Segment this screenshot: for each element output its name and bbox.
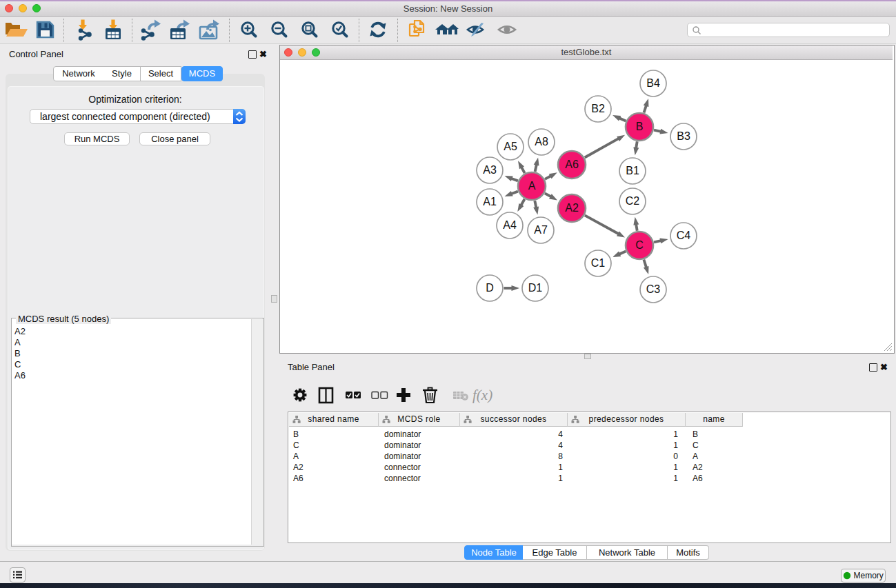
svg-text:D1: D1 [528,282,543,294]
svg-text:A6: A6 [565,159,579,170]
svg-text:B3: B3 [677,130,690,142]
svg-text:C3: C3 [646,283,661,295]
svg-text:f(x): f(x) [472,387,492,403]
svg-text:A2: A2 [565,202,579,214]
svg-text:B1: B1 [626,165,639,176]
svg-text:C4: C4 [677,230,691,241]
svg-text:C1: C1 [591,257,606,269]
svg-text:A4: A4 [503,219,517,231]
svg-text:A3: A3 [483,164,497,176]
svg-text:C2: C2 [626,195,640,207]
svg-text:D: D [486,282,494,294]
svg-text:B2: B2 [591,103,605,114]
svg-text:B4: B4 [646,77,660,89]
svg-text:A8: A8 [535,136,548,148]
svg-text:B: B [636,121,644,132]
svg-text:A: A [528,180,536,192]
svg-text:A7: A7 [534,224,548,236]
svg-text:A5: A5 [504,141,517,152]
svg-text:C: C [635,239,644,251]
svg-text:A1: A1 [483,196,497,207]
